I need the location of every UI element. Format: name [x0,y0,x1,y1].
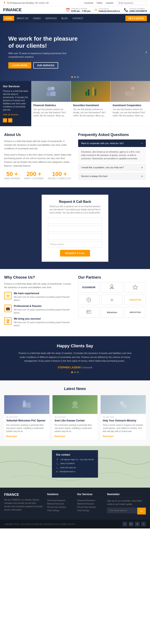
news-read-more-1[interactable]: Read more [6,435,17,438]
stat-customers-number: 200 + [24,171,44,178]
t-dot-1[interactable] [71,372,73,373]
footer-service-1[interactable]: Chemical Research [77,499,103,502]
stat-customers: 200 + HAPPY CUSTOMER [24,171,44,180]
map-section: Our contact 📍 199 Nguyen Ngon Vu - Cau G… [0,446,150,488]
t-dot-2[interactable] [74,372,76,373]
clock-icon: ⏰ [66,8,70,12]
svg-rect-4 [86,92,87,96]
service-prev-button[interactable]: ‹ [3,118,7,122]
services-card-title: Our Services [3,85,28,88]
nav-menu: HOME ABOUT US CASES SERVICES BLOG CONTAC… [3,16,86,21]
get-quote-button[interactable]: GET A QUOTE [126,16,147,21]
newsletter-email-input[interactable] [107,508,137,513]
footer-services-col: Our Services Chemical Research Material … [77,493,103,514]
svg-rect-6 [90,90,92,96]
nav-services[interactable]: SERVICES [43,16,59,21]
footer-solution-4[interactable]: Clear Energy [47,509,73,512]
svg-point-1 [51,86,54,90]
why-item-3-desc: We have over 20 years experience providi… [14,321,72,327]
service-next-button[interactable]: › [8,118,12,122]
hero-next-arrow[interactable]: › [146,50,147,54]
footer-solutions-title: Solutions [47,493,73,497]
t-dot-3[interactable] [77,372,79,373]
news-read-more-3[interactable]: Read more [103,435,114,438]
info-bar: FINANCE ⏰ Opening Hours 9:00 am - 7:00 p… [0,6,150,14]
callback-submit-button[interactable]: REQUEST A CALL [60,250,90,256]
nav-contact[interactable]: CONTACT [70,16,85,21]
svg-rect-22 [23,400,26,407]
callback-section: Request A Call Back Would you like to sp… [0,188,150,269]
why-item-3-title: We bring you success! [14,317,72,320]
twitter-link[interactable]: Twitter [96,2,102,4]
opening-label: Opening Hours [71,8,90,10]
about-text-1: Finance is a field that deals with the s… [4,140,72,150]
callback-name-input[interactable] [48,217,102,224]
nav-cases[interactable]: CASES [31,16,43,21]
service-card-1-body: Financial Statistics You see that bamboo… [31,102,70,119]
partner-logo-9: MEDISTEIN [124,307,146,318]
author-title: Cleanrsoft [83,366,92,369]
facebook-social-icon[interactable]: f [122,522,127,526]
view-all-services-link[interactable]: View all services [3,114,28,116]
callback-phone-input[interactable] [48,233,102,240]
newsletter-submit-button[interactable]: Go [137,508,146,514]
why-item-2-title: Professional & Passion [14,304,72,308]
search-input[interactable] [117,1,147,5]
news-image-2 [52,395,98,414]
learn-more-button[interactable]: LEARN MORE [8,62,31,68]
service-image-1 [31,81,70,102]
google-social-icon[interactable]: G+ [129,522,133,526]
stat-projects-label: PROJECT COMPLETED [48,178,71,180]
service-image-2 [71,81,110,102]
email-value: hello@clienrsoft.co [98,10,120,12]
footer-about-col: FINANCE We are FINANCE, an industry fina… [4,493,43,514]
opening-hours: ⏰ Opening Hours 9:00 am - 7:00 pm [66,8,90,12]
news-card-2-text: For consumers wanting to generate their … [54,424,96,433]
testimonial-dots [4,372,146,373]
service-card-3-text: You see that bamboo behind me though; yo… [113,108,148,117]
footer-service-3[interactable]: Oil and Gas industry [77,506,103,508]
why-choose-intro: Finance is a field that deals with the s… [4,282,72,289]
faq-toggle-3: + [141,174,143,178]
stat-projects-number: 100 + [48,171,71,178]
faq-question-1: Want to cooperate with you, what do I do… [81,142,124,144]
footer-service-2[interactable]: Material Resource [77,502,103,505]
hero-dot-1[interactable] [71,76,73,78]
why-item-2-text: Professional & Passion We have over 20 y… [14,304,72,314]
faq-item-1[interactable]: Want to cooperate with you, what do I do… [78,140,146,147]
our-services-button[interactable]: OUR SERVICES [33,62,58,68]
faq-col: Frequently Asked Questions Want to coope… [78,133,146,181]
footer-solution-1[interactable]: Chemical Research [47,499,73,502]
news-read-more-2[interactable]: Read more [54,435,66,438]
hero-section: We work for the pleasure of our clients!… [0,23,150,81]
stat-projects: 100 + PROJECT COMPLETED [48,171,71,180]
hero-content: We work for the pleasure of our clients!… [0,29,88,75]
svg-point-0 [47,87,52,91]
instagram-social-icon[interactable]: ● [135,522,140,526]
why-item-1-desc: We have over 20 years experience providi… [14,296,72,302]
service-securities-card: Securities Investment You see that bambo… [71,81,110,126]
faq-item-2[interactable]: I would like a quotation, can you help m… [78,164,146,171]
phone-info: 📞 Phone Number (440) 012345678 [124,8,147,12]
nav-blog[interactable]: BLOG [60,16,70,21]
twitter-social-icon[interactable]: t [141,522,146,526]
linkedin-link[interactable]: LinkedIn [106,2,114,4]
callback-email-input[interactable] [48,225,102,232]
why-item-1: ⭐ We have experienced We have over 20 ye… [4,292,72,302]
why-item-1-text: We have experienced We have over 20 year… [14,292,72,302]
footer: FINANCE We are FINANCE, an industry fina… [0,488,150,520]
callback-service-select[interactable]: Please select [48,241,102,247]
footer-grid: FINANCE We are FINANCE, an industry fina… [4,493,146,514]
faq-question-2: I would like a quotation, can you help m… [81,166,124,169]
nav-home[interactable]: HOME [3,16,14,21]
footer-solution-3[interactable]: Oil and Gas Industry [47,506,73,508]
about-col: About Us Finance is a field that deals w… [4,133,72,181]
partner-logo-5 [102,294,123,305]
faq-item-3[interactable]: Service is always the best + [78,172,146,180]
footer-solution-2[interactable]: Material Resource [47,502,73,505]
svg-rect-7 [92,87,94,96]
news-card-3-title: Help Your Outreach Ministry [103,419,144,422]
nav-about[interactable]: ABOUT US [14,16,30,21]
facebook-link[interactable]: Facebook [84,2,93,4]
footer-service-4[interactable]: Clear Energy [77,509,103,512]
